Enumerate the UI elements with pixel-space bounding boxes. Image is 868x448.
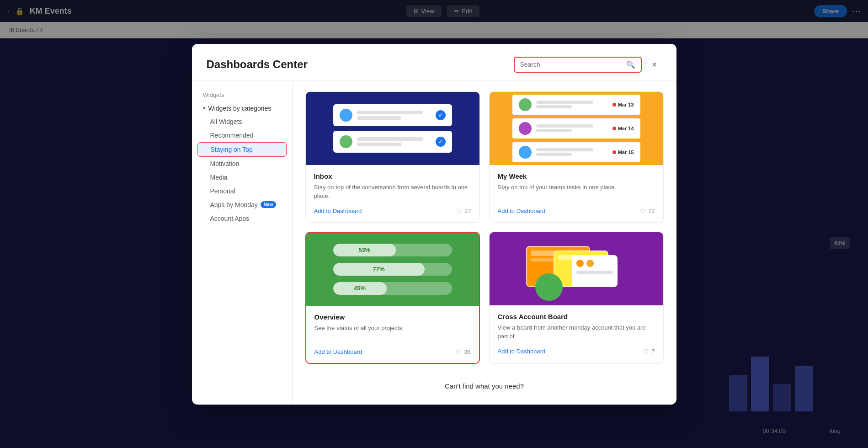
sidebar-item-motivation[interactable]: Motivation (197, 157, 287, 171)
sidebar-item-account-apps[interactable]: Account Apps (197, 212, 287, 225)
progress-bar-1: 53% (333, 244, 452, 256)
overview-add-to-dashboard-link[interactable]: Add to Dashboard (314, 348, 362, 355)
sidebar-section-label: Widgets (197, 90, 287, 102)
avatar (519, 98, 532, 111)
cross-account-card-body: Cross Account Board View a board from an… (490, 305, 663, 363)
myweek-line (536, 153, 572, 156)
heart-icon: ♡ (643, 348, 649, 355)
sidebar-item-staying-on-top[interactable]: Staying on Top (197, 142, 287, 157)
widget-card-my-week[interactable]: Mar 13 (489, 91, 664, 223)
search-input[interactable] (520, 61, 626, 68)
myweek-likes: 72 (648, 208, 655, 214)
widget-card-inbox[interactable]: ✓ ✓ (305, 91, 480, 223)
inbox-line (357, 137, 424, 141)
progress-bar-2: 77% (333, 263, 452, 276)
check-icon: ✓ (436, 110, 446, 120)
dashboards-center-modal: Dashboards Center 🔍 × Widgets ▾ Widgets … (192, 44, 676, 405)
cross-account-likes: 7 (651, 348, 655, 355)
overview-card-image: 53% 77% 45% (306, 233, 479, 306)
inbox-card-footer: Add to Dashboard ♡ 27 (314, 208, 471, 215)
myweek-line (536, 101, 594, 104)
dot-icon (612, 127, 616, 130)
myweek-lines (536, 101, 608, 108)
myweek-row-3: Mar 15 (512, 142, 640, 162)
green-circle-decoration (535, 273, 563, 301)
myweek-card-body: My Week Stay on top of your teams tasks … (490, 165, 663, 222)
date-badge-1: Mar 13 (612, 102, 634, 107)
myweek-card-title: My Week (498, 172, 655, 180)
heart-icon: ♡ (456, 208, 462, 215)
myweek-card-footer: Add to Dashboard ♡ 72 (498, 208, 655, 215)
widgets-grid-container: ✓ ✓ (293, 80, 676, 405)
myweek-like-count: ♡ 72 (640, 208, 655, 215)
inbox-like-count: ♡ 27 (456, 208, 471, 215)
overview-card-description: See the status of all your projects (314, 324, 471, 343)
sidebar-item-media[interactable]: Media (197, 171, 287, 184)
cross-account-add-to-dashboard-link[interactable]: Add to Dashboard (498, 348, 546, 355)
sidebar-categories-header[interactable]: ▾ Widgets by categories (197, 102, 287, 115)
cross-account-like-count: ♡ 7 (643, 348, 655, 355)
inbox-card-description: Stay on top of the conversation from sev… (314, 183, 471, 202)
avatar (340, 109, 352, 122)
overview-card-title: Overview (314, 313, 471, 321)
search-icon: 🔍 (626, 60, 635, 69)
modal-title: Dashboards Center (207, 58, 308, 71)
sidebar-item-label: Staying on Top (211, 146, 253, 153)
window-mock-3 (572, 255, 618, 287)
dot-icon (612, 103, 616, 107)
sidebar: Widgets ▾ Widgets by categories All Widg… (192, 80, 293, 405)
heart-icon: ♡ (640, 208, 646, 215)
date-text: Mar 14 (618, 126, 634, 131)
sidebar-item-all-widgets[interactable]: All Widgets (197, 115, 287, 128)
date-badge-2: Mar 14 (612, 126, 634, 131)
avatar (340, 135, 352, 148)
sidebar-categories-label: Widgets by categories (208, 105, 272, 112)
cross-account-card-footer: Add to Dashboard ♡ 7 (498, 348, 655, 355)
sidebar-item-personal[interactable]: Personal (197, 184, 287, 198)
sidebar-item-label: Account Apps (210, 215, 250, 222)
sidebar-item-apps-by-monday[interactable]: Apps by Monday New (197, 198, 287, 212)
sidebar-item-label: Recommended (210, 132, 254, 139)
search-box[interactable]: 🔍 (514, 57, 642, 73)
inbox-line (357, 116, 401, 120)
cross-account-card-description: View a board from another monday account… (498, 323, 655, 342)
avatar (519, 122, 532, 135)
myweek-line (536, 148, 594, 151)
date-badge-3: Mar 15 (612, 149, 634, 155)
myweek-line (536, 124, 594, 128)
myweek-row-1: Mar 13 (512, 95, 640, 115)
inbox-card-title: Inbox (314, 172, 471, 180)
sidebar-item-label: Apps by Monday (210, 201, 258, 208)
inbox-card-body: Inbox Stay on top of the conversation fr… (306, 165, 479, 222)
overview-card-body: Overview See the status of all your proj… (306, 306, 479, 363)
sidebar-item-label: Media (210, 174, 228, 181)
myweek-lines (536, 148, 608, 156)
overview-likes: 36 (464, 348, 470, 355)
avatar (519, 146, 532, 159)
sidebar-item-label: Motivation (210, 160, 240, 167)
progress-fill-1: 53% (333, 244, 396, 256)
inbox-line (357, 111, 424, 114)
close-button[interactable]: × (647, 57, 662, 72)
heart-icon: ♡ (456, 348, 462, 356)
myweek-row-2: Mar 14 (512, 118, 640, 139)
inbox-likes: 27 (464, 208, 471, 214)
cards-grid: ✓ ✓ (305, 91, 664, 364)
dot-icon (612, 150, 616, 154)
modal-header-right: 🔍 × (514, 57, 662, 73)
modal-header: Dashboards Center 🔍 × (192, 44, 676, 80)
widget-card-overview[interactable]: 53% 77% 45% (305, 232, 480, 364)
sidebar-item-recommended[interactable]: Recommended (197, 128, 287, 142)
inbox-lines (357, 137, 431, 146)
widget-card-cross-account[interactable]: Cross Account Board View a board from an… (489, 232, 664, 364)
progress-bar-3: 45% (333, 282, 452, 295)
progress-fill-2: 77% (333, 263, 425, 276)
overview-card-footer: Add to Dashboard ♡ 36 (314, 348, 471, 356)
inbox-lines (357, 111, 431, 120)
inbox-row-1: ✓ (333, 104, 452, 126)
myweek-card-description: Stay on top of your teams tasks in one p… (498, 183, 655, 202)
myweek-add-to-dashboard-link[interactable]: Add to Dashboard (498, 208, 546, 214)
modal-overlay: Dashboards Center 🔍 × Widgets ▾ Widgets … (0, 0, 868, 448)
inbox-preview: ✓ ✓ (333, 104, 452, 153)
inbox-add-to-dashboard-link[interactable]: Add to Dashboard (314, 208, 362, 214)
